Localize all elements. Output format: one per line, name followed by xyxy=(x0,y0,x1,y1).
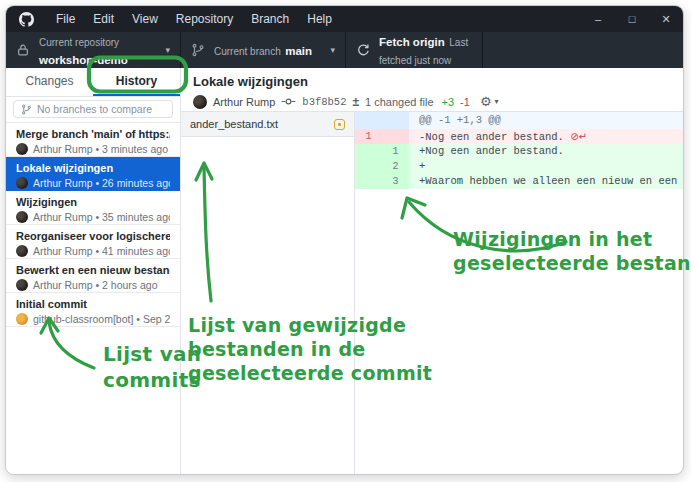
commit-meta: Arthur Rump • 2 hours ago xyxy=(16,279,170,291)
commit-title: Bewerkt en een nieuw bestand xyxy=(16,263,170,277)
commit-sha: b3f8b52 xyxy=(302,96,346,108)
git-branch-icon xyxy=(191,43,205,57)
sidebar-tabs: Changes History xyxy=(6,68,180,97)
commit-title: Lokale wijzigingen xyxy=(16,161,170,175)
current-branch-value: main xyxy=(285,45,312,57)
commit-meta: github-classroom[bot] • Sep 20, 2023 xyxy=(16,313,170,325)
commit-row[interactable]: Merge branch 'main' of https://github...… xyxy=(6,123,180,157)
lock-icon xyxy=(16,43,30,57)
branch-compare-input[interactable]: No branches to compare xyxy=(13,100,173,118)
branch-compare-row: No branches to compare xyxy=(6,97,180,123)
diff-line-added: 2 + xyxy=(355,159,683,174)
tab-history[interactable]: History xyxy=(93,68,180,96)
menu-branch[interactable]: Branch xyxy=(242,6,298,32)
fetch-origin-button[interactable]: Fetch origin Last fetched just now xyxy=(346,32,483,68)
commit-title: Wijzigingen xyxy=(16,195,170,209)
avatar xyxy=(193,95,207,109)
commit-row[interactable]: Wijzigingen Arthur Rump • 35 minutes ago xyxy=(6,191,180,225)
changed-files-count: 1 changed file xyxy=(365,96,434,108)
git-commit-icon xyxy=(281,96,296,107)
commit-title: Merge branch 'main' of https://github...… xyxy=(16,127,170,141)
commit-detail-meta: Arthur Rump b3f8b52 ± 1 changed file +3 … xyxy=(193,94,671,109)
avatar xyxy=(16,279,28,291)
chevron-down-icon: ▾ xyxy=(495,97,499,106)
avatar xyxy=(16,211,28,223)
avatar xyxy=(16,143,28,155)
commit-detail-body: ander_bestand.txt @@ -1 +1,3 @@ 1 -Nog e… xyxy=(181,112,683,474)
window-controls: – □ ✕ xyxy=(581,6,683,32)
app-window: File Edit View Repository Branch Help – … xyxy=(5,5,684,475)
modified-file-icon xyxy=(334,119,345,130)
current-repository-button[interactable]: Current repository workshop-demo ▾ xyxy=(6,32,181,68)
deletions-count: -1 xyxy=(460,96,470,108)
current-branch-label: Current branch xyxy=(214,46,281,57)
diff-options-button[interactable]: ⚙ ▾ xyxy=(480,94,499,109)
diff-line-added: 1 +Nog een ander bestand. xyxy=(355,144,683,159)
diff-hunk-header: @@ -1 +1,3 @@ xyxy=(355,112,683,129)
bot-avatar xyxy=(16,313,28,325)
chevron-down-icon: ▾ xyxy=(165,45,170,55)
changed-files-panel: ander_bestand.txt xyxy=(181,112,355,474)
commit-title: Reorganiseer voor logischere indeling xyxy=(16,229,170,243)
content: Changes History No branches to compare M… xyxy=(6,68,683,474)
commit-detail-panel: Lokale wijzigingen Arthur Rump b3f8b52 ±… xyxy=(181,68,683,474)
commit-author: Arthur Rump xyxy=(213,96,275,108)
commit-row-selected[interactable]: Lokale wijzigingen Arthur Rump • 26 minu… xyxy=(6,157,180,191)
current-repository-value: workshop-demo xyxy=(39,54,128,66)
chevron-down-icon: ▾ xyxy=(330,45,335,55)
titlebar: File Edit View Repository Branch Help – … xyxy=(6,6,683,32)
minimize-button[interactable]: – xyxy=(581,6,615,32)
maximize-button[interactable]: □ xyxy=(615,6,649,32)
github-logo-icon xyxy=(19,12,34,27)
commit-meta: Arthur Rump • 26 minutes ago xyxy=(16,177,170,189)
diff-stat-icon: ± xyxy=(352,95,359,109)
commit-meta: Arthur Rump • 3 minutes ago xyxy=(16,143,170,155)
diff-view: @@ -1 +1,3 @@ 1 -Nog een ander bestand. … xyxy=(355,112,683,474)
commit-detail-title: Lokale wijzigingen xyxy=(193,74,671,89)
close-button[interactable]: ✕ xyxy=(649,6,683,32)
commit-meta: Arthur Rump • 35 minutes ago xyxy=(16,211,170,223)
file-row-selected[interactable]: ander_bestand.txt xyxy=(181,112,354,137)
commit-list: Merge branch 'main' of https://github...… xyxy=(6,123,180,474)
menu-repository[interactable]: Repository xyxy=(167,6,242,32)
commit-title: Initial commit xyxy=(16,297,170,311)
toolbar: Current repository workshop-demo ▾ Curre… xyxy=(6,32,683,68)
menu-edit[interactable]: Edit xyxy=(84,6,123,32)
sync-icon xyxy=(356,43,370,57)
menu-file[interactable]: File xyxy=(47,6,84,32)
menu-view[interactable]: View xyxy=(123,6,167,32)
current-branch-button[interactable]: Current branch main ▾ xyxy=(181,32,346,68)
no-newline-icon: ⊘↵ xyxy=(570,131,587,142)
git-branch-icon xyxy=(21,104,32,115)
diff-line-removed: 1 -Nog een ander bestand. ⊘↵ xyxy=(355,129,683,144)
gear-icon: ⚙ xyxy=(480,94,492,109)
commit-row[interactable]: Bewerkt en een nieuw bestand Arthur Rump… xyxy=(6,259,180,293)
commit-meta: Arthur Rump • 41 minutes ago xyxy=(16,245,170,257)
tab-changes[interactable]: Changes xyxy=(6,68,93,96)
fetch-origin-label: Fetch origin xyxy=(379,36,445,48)
avatar xyxy=(16,177,28,189)
file-name: ander_bestand.txt xyxy=(190,118,328,130)
current-repository-label: Current repository xyxy=(39,37,119,48)
commit-row[interactable]: Reorganiseer voor logischere indeling Ar… xyxy=(6,225,180,259)
avatar xyxy=(16,245,28,257)
commit-row[interactable]: Initial commit github-classroom[bot] • S… xyxy=(6,293,180,327)
branch-compare-placeholder: No branches to compare xyxy=(37,103,152,115)
diff-line-added: 3 +Waarom hebben we alleen een nieuw en … xyxy=(355,174,683,189)
additions-count: +3 xyxy=(442,96,455,108)
commit-detail-header: Lokale wijzigingen Arthur Rump b3f8b52 ±… xyxy=(181,68,683,112)
history-sidebar: Changes History No branches to compare M… xyxy=(6,68,181,474)
menu-help[interactable]: Help xyxy=(298,6,341,32)
